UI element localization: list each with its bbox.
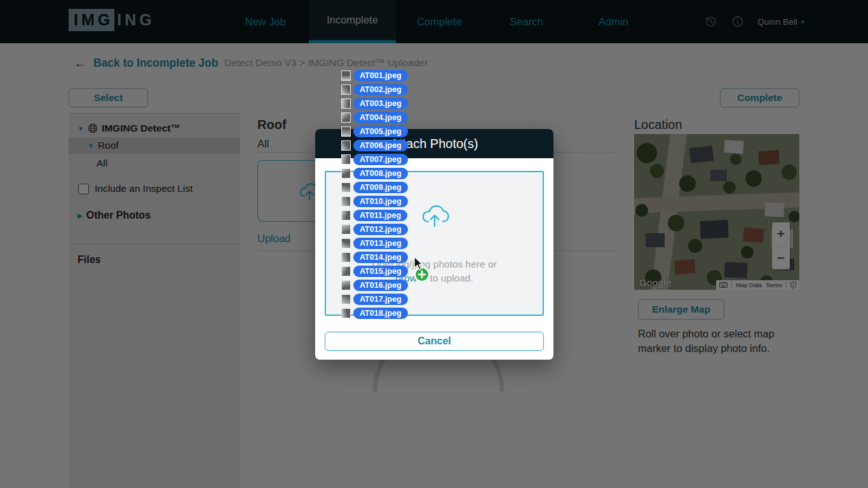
drag-file-row: AT005.jpeg [341, 126, 408, 137]
dropzone-line2-rest: to upload. [427, 273, 473, 283]
cloud-upload-icon [420, 203, 449, 228]
drag-file-row: AT012.jpeg [341, 224, 408, 235]
drag-file-pill: AT015.jpeg [353, 266, 408, 277]
drag-file-pill: AT018.jpeg [353, 308, 408, 319]
drag-file-pill: AT016.jpeg [353, 280, 408, 291]
drag-file-pill: AT012.jpeg [353, 224, 408, 235]
drag-file-pill: AT009.jpeg [353, 182, 408, 193]
drag-file-pill: AT002.jpeg [353, 84, 408, 95]
file-thumbnail-icon [341, 154, 351, 165]
file-thumbnail-icon [341, 252, 351, 262]
drag-file-row: AT003.jpeg [341, 98, 408, 109]
drag-file-row: AT009.jpeg [341, 182, 408, 193]
drag-file-row: AT011.jpeg [341, 210, 408, 221]
drag-file-row: AT001.jpeg [341, 70, 408, 81]
drag-file-row: AT002.jpeg [341, 84, 408, 95]
drag-file-row: AT018.jpeg [341, 308, 408, 319]
drag-file-pill: AT007.jpeg [353, 154, 408, 165]
drag-file-list: AT001.jpeg AT002.jpeg AT003.jpeg AT004.j… [341, 70, 408, 322]
file-thumbnail-icon [341, 280, 351, 290]
file-thumbnail-icon [341, 126, 351, 137]
file-thumbnail-icon [341, 224, 351, 234]
drag-file-row: AT014.jpeg [341, 252, 408, 263]
drag-file-pill: AT004.jpeg [353, 112, 408, 123]
drag-file-pill: AT014.jpeg [353, 252, 408, 263]
file-thumbnail-icon [341, 210, 351, 220]
drag-file-pill: AT010.jpeg [353, 196, 408, 207]
drag-file-pill: AT013.jpeg [353, 238, 408, 249]
file-thumbnail-icon [341, 71, 351, 81]
drag-file-row: AT010.jpeg [341, 196, 408, 207]
drag-file-row: AT013.jpeg [341, 238, 408, 249]
imging-app: IMG ING New Job Incomplete Complete Sear… [0, 0, 868, 488]
drag-file-pill: AT005.jpeg [353, 126, 408, 137]
drag-file-pill: AT006.jpeg [353, 140, 408, 151]
file-thumbnail-icon [341, 238, 351, 248]
file-thumbnail-icon [341, 140, 351, 151]
drag-file-pill: AT017.jpeg [353, 294, 408, 305]
drag-file-pill: AT008.jpeg [353, 168, 408, 179]
drag-file-row: AT006.jpeg [341, 140, 408, 151]
drag-file-row: AT017.jpeg [341, 294, 408, 305]
file-thumbnail-icon [341, 266, 351, 276]
file-thumbnail-icon [341, 98, 351, 109]
file-thumbnail-icon [341, 308, 351, 318]
cancel-button[interactable]: Cancel [325, 332, 544, 351]
drag-file-row: AT016.jpeg [341, 280, 408, 291]
drag-file-pill: AT001.jpeg [353, 70, 408, 81]
file-thumbnail-icon [341, 196, 351, 207]
drag-file-row: AT008.jpeg [341, 168, 408, 179]
file-thumbnail-icon [341, 85, 351, 95]
file-thumbnail-icon [341, 182, 351, 193]
file-thumbnail-icon [341, 168, 351, 179]
drag-file-row: AT007.jpeg [341, 154, 408, 165]
file-thumbnail-icon [341, 294, 351, 304]
file-thumbnail-icon [341, 112, 351, 123]
drag-file-row: AT004.jpeg [341, 112, 408, 123]
drag-file-pill: AT003.jpeg [353, 98, 408, 109]
drag-file-row: AT015.jpeg [341, 266, 408, 277]
drag-file-pill: AT011.jpeg [353, 210, 407, 221]
